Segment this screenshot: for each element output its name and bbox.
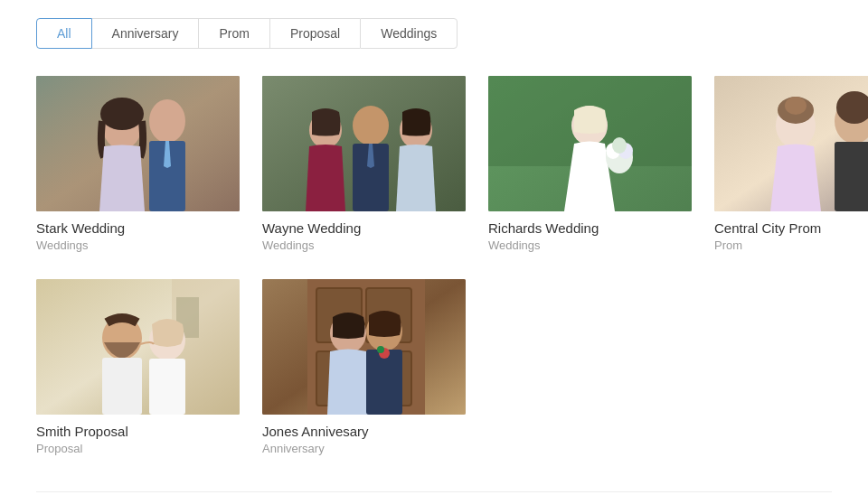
gallery-item-central-city-prom[interactable]: Central City PromProm	[714, 76, 868, 252]
gallery-category-central-city-prom: Prom	[714, 238, 868, 252]
svg-point-19	[612, 137, 627, 154]
gallery-item-smith-proposal[interactable]: Smith ProposalProposal	[36, 279, 240, 455]
gallery-title-richards-wedding: Richards Wedding	[488, 220, 692, 236]
svg-point-3	[100, 98, 144, 130]
gallery-title-wayne-wedding: Wayne Wedding	[262, 220, 466, 236]
svg-point-23	[785, 97, 807, 115]
gallery-category-stark-wedding: Weddings	[36, 238, 240, 252]
gallery-title-central-city-prom: Central City Prom	[714, 220, 868, 236]
gallery-image-jones-anniversary	[262, 279, 466, 415]
gallery-category-wayne-wedding: Weddings	[262, 238, 466, 252]
gallery-image-smith-proposal	[36, 279, 240, 415]
gallery-grid: Stark WeddingWeddings	[36, 76, 832, 455]
svg-point-4	[149, 99, 185, 143]
gallery-image-wayne-wedding	[262, 76, 466, 211]
gallery-title-stark-wedding: Stark Wedding	[36, 220, 240, 236]
gallery-image-central-city-prom	[714, 76, 868, 211]
gallery-image-stark-wedding	[36, 76, 240, 211]
filter-tab-weddings[interactable]: Weddings	[360, 18, 458, 49]
gallery-item-jones-anniversary[interactable]: Jones AnnivesaryAnniversary	[262, 279, 466, 455]
gallery-image-richards-wedding	[488, 76, 692, 211]
filter-tab-proposal[interactable]: Proposal	[269, 18, 360, 49]
gallery-item-richards-wedding[interactable]: Richards WeddingWeddings	[488, 76, 692, 252]
svg-rect-26	[835, 142, 868, 211]
filter-tab-prom[interactable]: Prom	[198, 18, 269, 49]
gallery-item-stark-wedding[interactable]: Stark WeddingWeddings	[36, 76, 240, 252]
gallery-category-richards-wedding: Weddings	[488, 238, 692, 252]
svg-rect-31	[102, 358, 142, 415]
filter-tab-all[interactable]: All	[36, 18, 92, 49]
gallery-item-wayne-wedding[interactable]: Wayne WeddingWeddings	[262, 76, 466, 252]
svg-rect-33	[149, 359, 185, 415]
gallery-title-smith-proposal: Smith Proposal	[36, 424, 240, 439]
svg-point-46	[377, 346, 384, 353]
filter-tab-anniversary[interactable]: Anniversary	[92, 18, 199, 49]
bottom-divider	[36, 491, 832, 492]
svg-point-9	[353, 106, 389, 145]
svg-rect-44	[366, 350, 402, 415]
filter-tabs: AllAnniversaryPromProposalWeddings	[36, 18, 832, 49]
gallery-category-smith-proposal: Proposal	[36, 442, 240, 455]
gallery-category-jones-anniversary: Anniversary	[262, 442, 466, 455]
gallery-title-jones-anniversary: Jones Annivesary	[262, 424, 466, 439]
